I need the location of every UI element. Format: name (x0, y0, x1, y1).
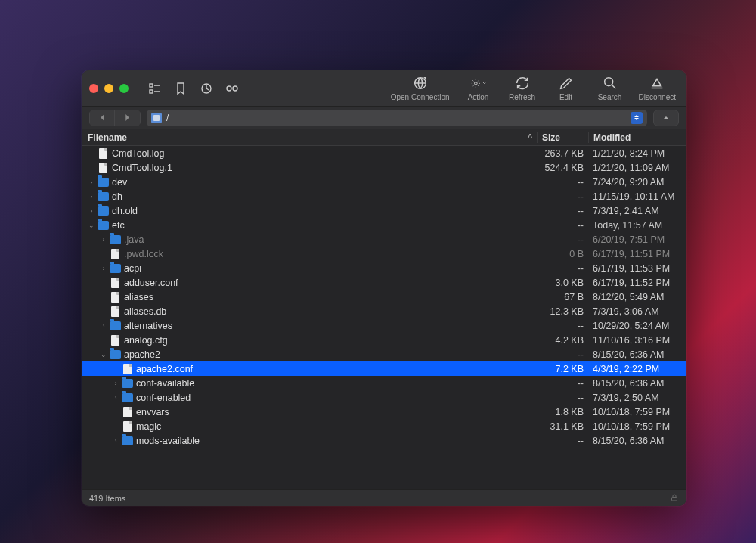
file-name: CmdTool.log (112, 148, 537, 159)
search-button[interactable]: Search (595, 75, 625, 101)
file-row[interactable]: envvars1.8 KB10/10/18, 7:59 PM (82, 405, 686, 419)
edit-button[interactable]: Edit (551, 75, 581, 101)
file-row[interactable]: ›alternatives--10/29/20, 5:24 AM (82, 318, 686, 333)
file-row[interactable]: .pwd.lock0 B6/17/19, 11:51 PM (82, 247, 686, 261)
back-button[interactable] (89, 110, 115, 126)
file-modified: 11/10/16, 3:16 PM (588, 335, 686, 346)
folder-icon (97, 191, 109, 203)
column-modified[interactable]: Modified (588, 132, 686, 143)
file-row[interactable]: ⌄etc--Today, 11:57 AM (82, 218, 686, 232)
file-size: -- (537, 177, 588, 188)
disclosure-chevron-icon[interactable]: › (88, 178, 95, 186)
file-modified: 6/20/19, 7:51 PM (588, 234, 686, 245)
file-size: 263.7 KB (537, 148, 588, 159)
forward-button[interactable] (115, 110, 141, 126)
disclosure-chevron-icon (112, 408, 119, 416)
path-dropdown-icon[interactable] (631, 112, 643, 124)
file-row[interactable]: ›dh--11/15/19, 10:11 AM (82, 189, 686, 203)
disclosure-chevron-icon (100, 250, 107, 258)
file-name: CmdTool.log.1 (112, 163, 537, 173)
file-size: 0 B (537, 249, 588, 259)
file-modified: Today, 11:57 AM (588, 220, 686, 231)
toolbar-actions: Open Connection Action Refresh Edit Sear… (391, 75, 679, 101)
file-row[interactable]: ›acpi--6/17/19, 11:53 PM (82, 261, 686, 275)
file-icon (109, 248, 121, 260)
file-icon (97, 162, 109, 174)
file-row[interactable]: ›.java--6/20/19, 7:51 PM (82, 232, 686, 247)
disclosure-chevron-icon[interactable]: › (88, 207, 95, 215)
file-name: aliases (124, 292, 537, 303)
file-modified: 1/21/20, 8:24 PM (588, 148, 686, 159)
disconnect-label: Disconnect (639, 93, 676, 101)
folder-icon (121, 377, 133, 389)
file-modified: 7/3/19, 2:50 AM (588, 393, 686, 403)
outline-view-icon[interactable] (148, 82, 162, 95)
folder-icon (109, 262, 121, 275)
column-header: Filename ^ Size Modified (82, 129, 686, 146)
minimize-window-button[interactable] (104, 84, 113, 93)
file-row[interactable]: analog.cfg4.2 KB11/10/16, 3:16 PM (82, 333, 686, 347)
path-field[interactable]: / (147, 110, 647, 126)
status-bar: 419 Items (82, 489, 686, 506)
disclosure-chevron-icon[interactable]: › (112, 437, 119, 445)
file-name: apache2 (124, 349, 537, 360)
file-row[interactable]: ›dh.old--7/3/19, 2:41 AM (82, 203, 686, 218)
file-modified: 7/3/19, 3:06 AM (588, 306, 686, 317)
file-row[interactable]: aliases67 B8/12/20, 5:49 AM (82, 290, 686, 304)
file-size: -- (537, 263, 588, 274)
file-size: -- (537, 234, 588, 245)
file-row[interactable]: aliases.db12.3 KB7/3/19, 3:06 AM (82, 304, 686, 318)
folder-icon (121, 435, 133, 447)
refresh-button[interactable]: Refresh (507, 75, 538, 101)
disclosure-chevron-icon[interactable]: › (100, 322, 107, 330)
close-window-button[interactable] (89, 84, 98, 93)
file-name: analog.cfg (124, 335, 537, 346)
view-mode-icons (148, 82, 239, 95)
disclosure-chevron-icon[interactable]: ⌄ (100, 351, 107, 358)
file-row[interactable]: CmdTool.log263.7 KB1/21/20, 8:24 PM (82, 146, 686, 160)
file-row[interactable]: ›conf-available--8/15/20, 6:36 AM (82, 376, 686, 390)
file-row[interactable]: ›conf-enabled--7/3/19, 2:50 AM (82, 390, 686, 405)
history-icon[interactable] (200, 82, 213, 95)
file-modified: 8/15/20, 6:36 AM (588, 349, 686, 360)
go-up-button[interactable] (653, 110, 679, 126)
disclosure-chevron-icon[interactable]: › (112, 380, 119, 387)
file-row[interactable]: apache2.conf7.2 KB4/3/19, 2:22 PM (82, 361, 686, 376)
file-modified: 11/15/19, 10:11 AM (588, 191, 686, 202)
file-size: -- (537, 206, 588, 216)
file-modified: 7/24/20, 9:20 AM (588, 177, 686, 188)
nav-back-forward (89, 110, 141, 126)
maximize-window-button[interactable] (119, 84, 129, 93)
file-row[interactable]: adduser.conf3.0 KB6/17/19, 11:52 PM (82, 275, 686, 290)
bookmark-icon[interactable] (174, 82, 187, 95)
svg-rect-2 (150, 90, 153, 93)
file-name: envvars (136, 407, 537, 417)
disclosure-chevron-icon[interactable]: › (100, 265, 107, 272)
path-bar: / (82, 107, 686, 129)
disclosure-chevron-icon[interactable]: › (100, 236, 107, 244)
disconnect-button[interactable]: Disconnect (639, 75, 676, 101)
edit-label: Edit (559, 93, 572, 101)
file-row[interactable]: ⌄apache2--8/15/20, 6:36 AM (82, 347, 686, 361)
disclosure-chevron-icon[interactable]: › (88, 193, 95, 200)
sort-indicator-icon: ^ (528, 133, 532, 141)
disclosure-chevron-icon[interactable]: › (112, 394, 119, 402)
bonjour-icon[interactable] (225, 82, 239, 95)
action-button[interactable]: Action (463, 75, 494, 101)
volume-icon (151, 113, 162, 123)
file-modified: 1/21/20, 11:09 AM (588, 163, 686, 173)
column-filename[interactable]: Filename ^ (88, 132, 537, 143)
file-name: conf-enabled (136, 393, 537, 403)
disclosure-chevron-icon[interactable]: ⌄ (88, 222, 95, 229)
file-row[interactable]: CmdTool.log.1524.4 KB1/21/20, 11:09 AM (82, 160, 686, 175)
column-size[interactable]: Size (537, 132, 588, 143)
file-row[interactable]: magic31.1 KB10/10/18, 7:59 PM (82, 419, 686, 433)
file-icon (121, 420, 133, 433)
file-row[interactable]: ›mods-available--8/15/20, 6:36 AM (82, 433, 686, 448)
file-modified: 4/3/19, 2:22 PM (588, 364, 686, 374)
disclosure-chevron-icon (112, 423, 119, 430)
file-list[interactable]: CmdTool.log263.7 KB1/21/20, 8:24 PM CmdT… (82, 146, 686, 489)
file-row[interactable]: ›dev--7/24/20, 9:20 AM (82, 175, 686, 189)
file-size: -- (537, 378, 588, 389)
open-connection-button[interactable]: Open Connection (391, 75, 450, 101)
